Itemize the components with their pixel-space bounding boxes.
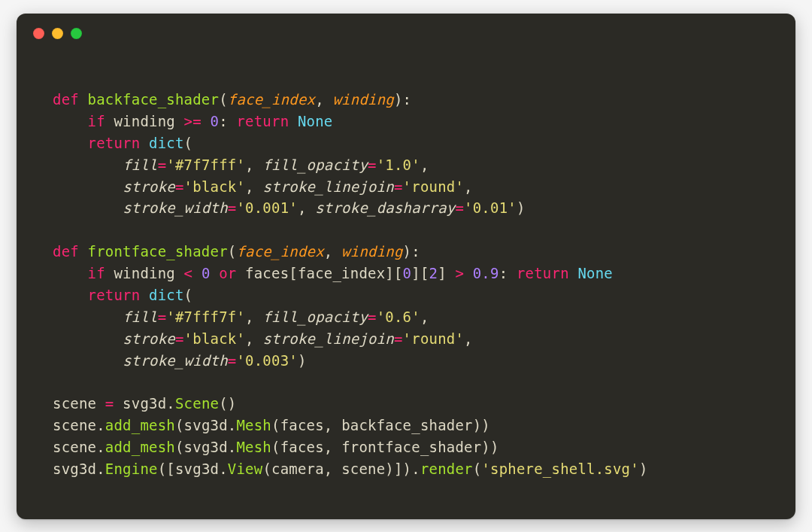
- op-assign: =: [368, 157, 377, 173]
- module-svg3d: svg3d.: [53, 461, 105, 477]
- ident-scene-dot: scene.: [53, 439, 105, 455]
- indent: [53, 352, 123, 369]
- bracket-close: ]: [438, 265, 455, 281]
- space: [211, 265, 220, 281]
- paren-close-colon: ):: [403, 243, 420, 260]
- args-mesh: (faces, frontface_shader)): [271, 439, 499, 455]
- number-0-9: 0.9: [473, 265, 499, 281]
- colon: :: [499, 265, 517, 281]
- space: [464, 265, 473, 281]
- ident-scene: scene: [53, 395, 105, 412]
- func-name: frontface_shader: [88, 243, 228, 260]
- kwarg-fill: fill: [123, 157, 158, 173]
- ident-scene-dot: scene.: [53, 417, 105, 433]
- op-assign: =: [175, 330, 184, 347]
- comma: ,: [464, 330, 473, 347]
- string-stroke: 'black': [184, 330, 245, 347]
- window-zoom-icon[interactable]: [71, 28, 82, 39]
- keyword-return: return: [88, 135, 149, 151]
- kwarg-fill: fill: [123, 309, 158, 325]
- ident-winding: winding: [114, 265, 183, 281]
- comma: ,: [324, 243, 341, 260]
- comma: ,: [464, 178, 473, 195]
- string-fill-color: '#7f7fff': [166, 157, 245, 173]
- comma: ,: [420, 157, 429, 173]
- op-assign: =: [394, 330, 403, 347]
- string-stroke-linejoin: 'round': [403, 178, 464, 195]
- builtin-dict: dict: [149, 287, 184, 303]
- op-ge: >=: [184, 113, 201, 129]
- comma: ,: [245, 157, 262, 173]
- number-0: 0: [211, 113, 220, 129]
- op-assign: =: [158, 157, 167, 173]
- call-engine: Engine: [105, 461, 158, 477]
- op-assign: =: [228, 199, 237, 216]
- paren-close: ): [298, 352, 307, 369]
- op-assign: =: [158, 309, 167, 325]
- string-stroke: 'black': [184, 178, 245, 195]
- indent: [53, 287, 88, 303]
- builtin-dict: dict: [149, 135, 184, 151]
- keyword-return: return: [236, 113, 297, 129]
- param-winding: winding: [332, 91, 393, 108]
- args-view: (camera, scene)]).: [262, 461, 420, 477]
- keyword-or: or: [219, 265, 245, 281]
- code-block: def backface_shader(face_index, winding)…: [17, 53, 795, 501]
- call-scene: Scene: [175, 395, 219, 412]
- keyword-return: return: [88, 287, 149, 303]
- call-add-mesh: add_mesh: [105, 439, 175, 455]
- indent: [53, 135, 88, 151]
- window-close-icon[interactable]: [33, 28, 44, 39]
- op-gt: >: [455, 265, 464, 281]
- op-assign: =: [368, 309, 377, 325]
- paren-close-colon: ):: [394, 91, 411, 108]
- paren-close: ): [639, 461, 648, 477]
- indent: [53, 178, 123, 195]
- args-add-mesh: (svg3d.: [175, 417, 236, 433]
- window-titlebar: [17, 14, 795, 53]
- kwarg-stroke: stroke: [123, 178, 175, 195]
- comma: ,: [420, 309, 429, 325]
- call-mesh: Mesh: [236, 417, 271, 433]
- kwarg-stroke-width: stroke_width: [123, 352, 228, 369]
- paren-open: (: [184, 287, 193, 303]
- comma: ,: [315, 91, 332, 108]
- ident-winding: winding: [114, 113, 183, 129]
- comma: ,: [245, 330, 262, 347]
- indent: [53, 157, 123, 173]
- kwarg-fill-opacity: fill_opacity: [262, 309, 368, 325]
- window-minimize-icon[interactable]: [52, 28, 63, 39]
- op-assign: =: [175, 178, 184, 195]
- paren-close: ): [517, 199, 526, 216]
- number-0: 0: [403, 265, 412, 281]
- keyword-if: if: [88, 265, 114, 281]
- string-fill-opacity: '0.6': [377, 309, 420, 325]
- call-view: View: [228, 461, 263, 477]
- kwarg-stroke-width: stroke_width: [123, 199, 228, 216]
- builtin-none: None: [298, 113, 333, 129]
- bracket: ][: [411, 265, 429, 281]
- string-stroke-linejoin: 'round': [403, 330, 464, 347]
- op-assign: =: [105, 395, 114, 412]
- param-winding: winding: [341, 243, 402, 260]
- args-engine: ([svg3d.: [158, 461, 228, 477]
- indent: [53, 330, 123, 347]
- keyword-def: def: [53, 243, 88, 260]
- comma: ,: [245, 309, 262, 325]
- expr-faces-index: faces[face_index][: [245, 265, 403, 281]
- op-lt: <: [184, 265, 193, 281]
- param-face-index: face_index: [228, 91, 315, 108]
- paren-open: (: [184, 135, 193, 151]
- op-assign: =: [455, 199, 464, 216]
- number-2: 2: [429, 265, 438, 281]
- code-window: def backface_shader(face_index, winding)…: [17, 14, 795, 519]
- builtin-none: None: [577, 265, 613, 281]
- kwarg-fill-opacity: fill_opacity: [262, 157, 368, 173]
- indent: [53, 199, 123, 216]
- string-stroke-width: '0.003': [236, 352, 297, 369]
- module-svg3d: svg3d.: [114, 395, 174, 412]
- param-face-index: face_index: [236, 243, 323, 260]
- kwarg-stroke-linejoin: stroke_linejoin: [262, 330, 394, 347]
- indent: [53, 113, 88, 129]
- keyword-if: if: [88, 113, 114, 129]
